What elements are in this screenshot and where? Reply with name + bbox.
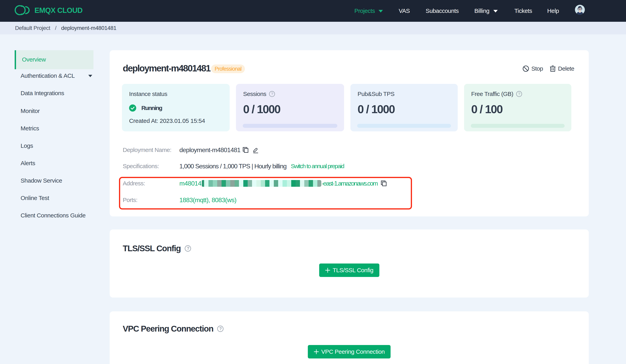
svg-text:?: ? [518,92,520,96]
svg-text:?: ? [271,92,273,96]
svg-text:?: ? [219,327,222,331]
svg-text:?: ? [187,246,189,251]
